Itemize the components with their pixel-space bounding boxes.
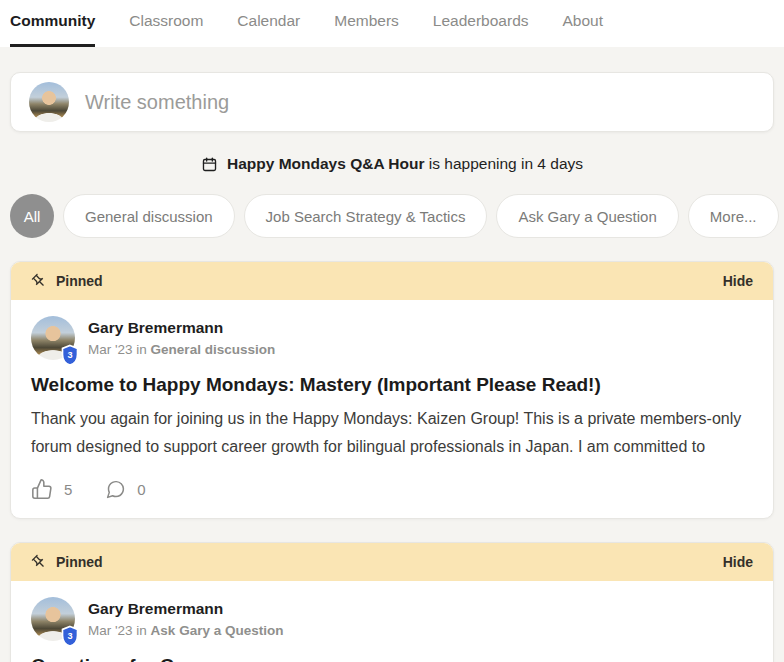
post-category[interactable]: General discussion: [151, 342, 276, 357]
tab-about[interactable]: About: [563, 0, 604, 47]
calendar-icon: [201, 156, 218, 173]
post-actions: 5 0: [31, 478, 753, 500]
comment-count: 0: [137, 481, 145, 498]
filter-pill-all[interactable]: All: [10, 194, 54, 238]
pinned-label: Pinned: [56, 273, 103, 289]
filter-pill-general-discussion[interactable]: General discussion: [63, 194, 235, 238]
post-card[interactable]: Pinned Hide 3 Gary Bre: [10, 261, 774, 519]
author-info: Gary Bremermann Mar '23 in General discu…: [88, 316, 275, 360]
post-composer[interactable]: Write something: [10, 72, 774, 132]
filter-pill-job-search[interactable]: Job Search Strategy & Tactics: [244, 194, 488, 238]
pinned-header: Pinned Hide: [11, 262, 773, 300]
event-suffix: is happening in 4 days: [424, 155, 583, 172]
composer-placeholder: Write something: [85, 91, 229, 114]
post-author-row[interactable]: 3 Gary Bremermann Mar '23 in General dis…: [31, 316, 753, 360]
top-nav: Community Classroom Calendar Members Lea…: [0, 0, 784, 47]
filter-pill-more[interactable]: More...: [688, 194, 779, 238]
main-column: Write something Happy Mondays Q&A Hour i…: [0, 72, 784, 662]
comment-bubble-icon: [105, 479, 126, 500]
pin-icon: [28, 270, 51, 293]
pinned-header: Pinned Hide: [11, 543, 773, 581]
level-badge-count: 3: [67, 631, 72, 641]
author-avatar-wrap[interactable]: 3: [31, 597, 75, 641]
post-title[interactable]: Questions for Gary: [31, 655, 753, 662]
like-button[interactable]: 5: [31, 478, 72, 500]
hide-button[interactable]: Hide: [723, 554, 753, 570]
post-title[interactable]: Welcome to Happy Mondays: Mastery (Impor…: [31, 374, 753, 396]
hide-button[interactable]: Hide: [723, 273, 753, 289]
tab-community[interactable]: Community: [10, 0, 95, 47]
post-body-text: Thank you again for joining us in the Ha…: [31, 405, 753, 461]
post-meta: Mar '23 in General discussion: [88, 342, 275, 357]
post-meta: Mar '23 in Ask Gary a Question: [88, 623, 283, 638]
author-name[interactable]: Gary Bremermann: [88, 316, 275, 337]
tab-calendar[interactable]: Calendar: [237, 0, 300, 47]
post-card[interactable]: Pinned Hide 3 Gary Bre: [10, 542, 774, 662]
category-filter-row: All General discussion Job Search Strate…: [10, 194, 774, 238]
tab-leaderboards[interactable]: Leaderboards: [433, 0, 529, 47]
current-user-avatar[interactable]: [29, 82, 69, 122]
thumbs-up-icon: [31, 478, 53, 500]
event-title: Happy Mondays Q&A Hour: [227, 155, 425, 172]
pinned-label: Pinned: [56, 554, 103, 570]
filter-pill-ask-gary[interactable]: Ask Gary a Question: [496, 194, 678, 238]
like-count: 5: [64, 481, 72, 498]
post-date: Mar '23 in: [88, 623, 151, 638]
post-date: Mar '23 in: [88, 342, 151, 357]
post-category[interactable]: Ask Gary a Question: [151, 623, 284, 638]
tab-classroom[interactable]: Classroom: [129, 0, 203, 47]
post-content: 3 Gary Bremermann Mar '23 in General dis…: [11, 300, 773, 518]
level-badge-count: 3: [67, 350, 72, 360]
level-badge: 3: [60, 344, 80, 367]
pin-icon: [28, 551, 51, 574]
author-info: Gary Bremermann Mar '23 in Ask Gary a Qu…: [88, 597, 283, 641]
post-content: 3 Gary Bremermann Mar '23 in Ask Gary a …: [11, 581, 773, 662]
community-page: Community Classroom Calendar Members Lea…: [0, 0, 784, 662]
author-name[interactable]: Gary Bremermann: [88, 597, 283, 618]
comment-button[interactable]: 0: [105, 479, 145, 500]
author-avatar-wrap[interactable]: 3: [31, 316, 75, 360]
tab-members[interactable]: Members: [334, 0, 399, 47]
event-banner-text: Happy Mondays Q&A Hour is happening in 4…: [227, 155, 583, 173]
event-banner[interactable]: Happy Mondays Q&A Hour is happening in 4…: [10, 155, 774, 173]
level-badge: 3: [60, 625, 80, 648]
post-author-row[interactable]: 3 Gary Bremermann Mar '23 in Ask Gary a …: [31, 597, 753, 641]
